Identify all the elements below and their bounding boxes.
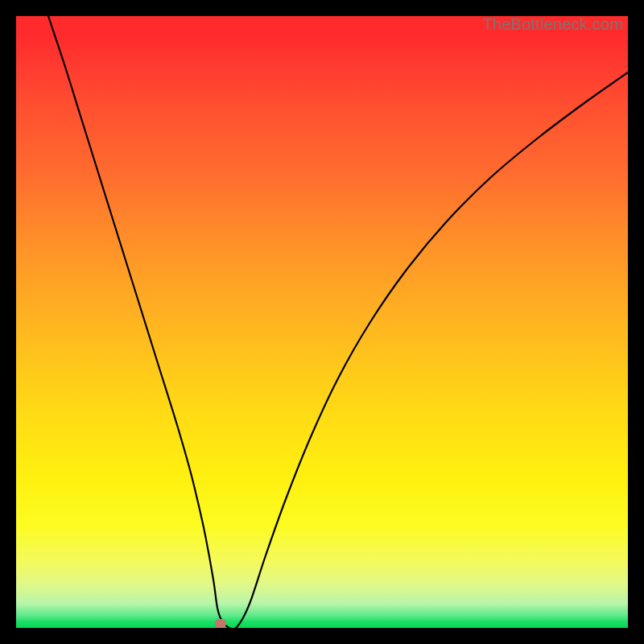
chart-frame: TheBottleneck.com (0, 0, 644, 644)
bottleneck-curve (16, 16, 628, 628)
optimal-point-marker (215, 619, 226, 628)
attribution-text: TheBottleneck.com (482, 15, 623, 34)
plot-area: TheBottleneck.com (16, 16, 628, 628)
